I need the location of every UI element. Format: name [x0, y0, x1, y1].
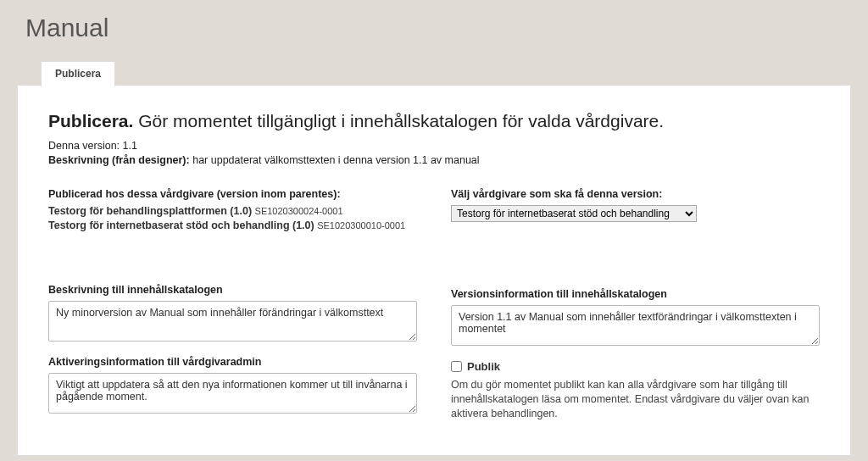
select-provider-heading: Välj vårdgivare som ska få denna version…	[451, 188, 820, 200]
activation-info-input[interactable]	[48, 373, 417, 414]
headline-rest: Gör momentet tillgängligt i innehållskat…	[138, 111, 664, 131]
description-label: Beskrivning (från designer):	[48, 154, 190, 166]
public-checkbox[interactable]	[451, 361, 462, 372]
catalog-desc-label: Beskrivning till innehållskatalogen	[48, 284, 417, 296]
provider-id: SE1020300010-0001	[317, 220, 405, 230]
activation-info-label: Aktiveringsinformation till vårdgivaradm…	[48, 356, 417, 368]
version-value: 1.1	[123, 140, 137, 152]
version-line: Denna version: 1.1	[48, 140, 820, 152]
provider-select[interactable]: Testorg för internetbaserat stöd och beh…	[451, 205, 697, 222]
version-label: Denna version:	[48, 140, 120, 152]
public-help-text: Om du gör momentet publikt kan kan alla …	[451, 378, 820, 421]
published-item: Testorg för internetbaserat stöd och beh…	[48, 219, 417, 231]
right-column: Välj vårdgivare som ska få denna version…	[451, 188, 820, 421]
page-title: Manual	[0, 0, 868, 61]
published-heading: Publicerad hos dessa vårdgivare (version…	[48, 188, 417, 200]
published-item: Testorg för behandlingsplattformen (1.0)…	[48, 205, 417, 217]
publish-panel: Publicera. Gör momentet tillgängligt i i…	[17, 85, 851, 456]
provider-id: SE1020300024-0001	[255, 206, 343, 216]
public-label: Publik	[467, 360, 500, 373]
left-column: Publicerad hos dessa vårdgivare (version…	[48, 188, 417, 421]
description-line: Beskrivning (från designer): har uppdate…	[48, 154, 820, 166]
provider-name: Testorg för behandlingsplattformen (1.0)	[48, 205, 252, 217]
version-info-input[interactable]	[451, 305, 820, 346]
version-info-label: Versionsinformation till innehållskatalo…	[451, 288, 820, 300]
headline-lead: Publicera.	[48, 111, 133, 131]
description-value: har uppdaterat välkomsttexten i denna ve…	[192, 154, 479, 166]
panel-headline: Publicera. Gör momentet tillgängligt i i…	[48, 111, 820, 131]
catalog-desc-input[interactable]	[48, 301, 417, 342]
tab-publicera[interactable]: Publicera	[41, 61, 115, 86]
provider-name: Testorg för internetbaserat stöd och beh…	[48, 219, 314, 231]
